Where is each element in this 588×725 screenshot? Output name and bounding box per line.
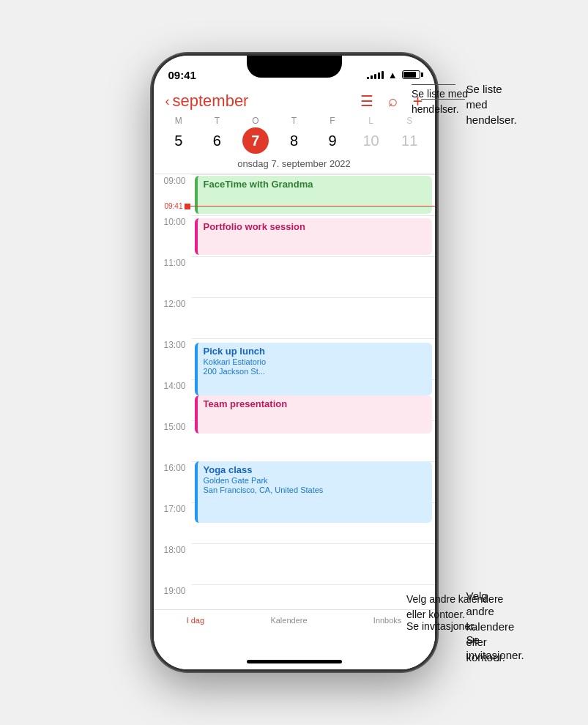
day-num: 6	[204, 127, 230, 154]
day-num: 9	[319, 127, 346, 154]
time-label: 12:00	[154, 297, 192, 338]
tab-calendars[interactable]: Kalendere	[270, 616, 307, 625]
day-col-thu[interactable]: T 8	[277, 116, 310, 154]
time-label: 19:00	[154, 584, 192, 609]
wifi-icon: ▲	[388, 70, 398, 81]
tab-inbox[interactable]: Innboks	[373, 616, 402, 625]
day-num-today: 7	[242, 127, 269, 154]
day-letter: F	[330, 116, 335, 126]
event-team-presentation[interactable]: Team presentation	[195, 395, 432, 434]
day-letter: O	[252, 116, 258, 126]
event-subtitle2: 200 Jackson St...	[204, 367, 426, 376]
phone-frame: Se liste med hendelser. Velg andre kalen…	[152, 53, 437, 672]
annotation-list-events: Se liste med hendelser.	[466, 81, 517, 127]
event-title: Yoga class	[204, 464, 426, 475]
event-title: Portfolio work session	[204, 221, 426, 232]
tab-calendars-label: Kalendere	[270, 616, 307, 625]
prev-month-chevron[interactable]: ‹	[165, 94, 170, 109]
status-icons: ▲	[367, 70, 420, 81]
screen: 09:41 ▲	[154, 56, 435, 669]
day-col-sun[interactable]: S 11	[392, 116, 426, 154]
calendar-body: ‹ september ☰ ⌕ + M 5	[154, 88, 435, 609]
day-letter: T	[291, 116, 297, 126]
event-title: Team presentation	[204, 398, 426, 409]
event-title: Pick up lunch	[204, 346, 426, 357]
day-col-fri[interactable]: F 9	[316, 116, 349, 154]
list-view-button[interactable]: ☰	[360, 92, 373, 110]
day-num: 8	[280, 127, 307, 154]
time-label: 17:00	[154, 502, 192, 543]
time-label: 14:00	[154, 379, 192, 420]
time-label: 16:00	[154, 461, 192, 502]
day-num: 5	[165, 127, 192, 154]
time-label: 11:00	[154, 256, 192, 297]
day-col-wed[interactable]: O 7	[239, 116, 272, 154]
annotation-invitations-text: Se invitasjoner.	[406, 619, 476, 634]
time-label: 18:00	[154, 543, 192, 584]
day-letter: M	[175, 116, 182, 126]
event-subtitle1: Golden Gate Park	[204, 476, 426, 485]
battery-icon	[402, 70, 420, 79]
phone-screen: 09:41 ▲	[152, 53, 437, 672]
week-row: M 5 T 6 O 7 T 8	[154, 116, 435, 154]
events-layer: FaceTime with Grandma 09:41 Portfolio wo…	[192, 174, 435, 609]
tab-inbox-label: Innboks	[373, 616, 402, 625]
home-indicator	[247, 660, 342, 663]
month-title[interactable]: ‹ september	[165, 92, 249, 111]
tab-today-label: I dag	[187, 616, 204, 625]
annotation-list-events-text: Se liste medhendelser.	[412, 86, 468, 117]
date-label: onsdag 7. september 2022	[154, 157, 435, 174]
annotation-calendars-text: Velg andre kalendereeller kontoer.	[406, 592, 503, 622]
event-subtitle1: Kokkari Estiatorio	[204, 357, 426, 366]
time-label: 10:00	[154, 215, 192, 256]
day-letter: L	[368, 116, 373, 126]
time-grid[interactable]: 09:00 10:00 11:00 12:00	[154, 174, 435, 609]
day-col-mon[interactable]: M 5	[162, 116, 196, 154]
current-time-indicator: 09:41	[154, 202, 435, 210]
annotation-line-list	[412, 84, 455, 85]
time-label: 15:00	[154, 420, 192, 461]
event-title: FaceTime with Grandma	[204, 179, 426, 190]
calendar-header: ‹ september ☰ ⌕ +	[154, 88, 435, 116]
day-col-sat[interactable]: L 10	[354, 116, 388, 154]
month-label: september	[173, 92, 249, 111]
annotation-invitations: Se invitasjoner.	[466, 632, 524, 663]
time-grid-inner: 09:00 10:00 11:00 12:00	[154, 174, 435, 609]
tab-today[interactable]: I dag	[187, 616, 204, 625]
day-col-tue[interactable]: T 6	[200, 116, 234, 154]
day-num: 10	[358, 127, 384, 154]
status-time: 09:41	[168, 69, 196, 81]
day-num: 11	[396, 127, 423, 154]
event-yoga[interactable]: Yoga class Golden Gate Park San Francisc…	[195, 461, 432, 523]
event-lunch[interactable]: Pick up lunch Kokkari Estiatorio 200 Jac…	[195, 343, 432, 395]
search-button[interactable]: ⌕	[388, 92, 398, 111]
time-label: 13:00	[154, 338, 192, 379]
day-letter: S	[406, 116, 412, 126]
signal-icon	[367, 70, 384, 79]
day-letter: T	[215, 116, 220, 126]
notch	[247, 56, 342, 78]
event-portfolio[interactable]: Portfolio work session	[195, 218, 432, 255]
event-subtitle2: San Francisco, CA, United States	[204, 486, 426, 494]
